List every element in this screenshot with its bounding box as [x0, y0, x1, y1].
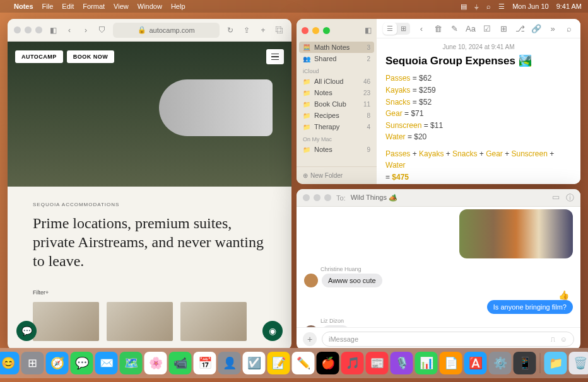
filter-link[interactable]: Filter+	[33, 289, 266, 296]
shared-photo[interactable]	[459, 209, 573, 258]
emoji-icon[interactable]: ☺	[560, 335, 567, 343]
folder-local-notes[interactable]: 📁Notes9	[297, 144, 377, 155]
folder-count: 4	[367, 124, 370, 130]
dock-tv[interactable]: 🍎	[317, 352, 339, 374]
dock-notes[interactable]: 📝	[268, 352, 290, 374]
menu-edit[interactable]: Edit	[62, 3, 74, 10]
new-tab-button[interactable]: +	[257, 25, 269, 36]
dock-music[interactable]: 🎵	[341, 352, 364, 374]
trash-icon[interactable]: 🗑	[433, 24, 443, 33]
info-icon[interactable]: ⓘ	[566, 192, 574, 204]
dock-contacts[interactable]: 👤	[218, 352, 241, 374]
menubar-icon[interactable]: ▤	[461, 3, 467, 11]
avatar[interactable]	[304, 274, 318, 287]
conversation-name[interactable]: Wild Things 🏕️	[351, 194, 397, 202]
forward-button[interactable]: ›	[80, 25, 91, 36]
dock-appstore[interactable]: 🅰️	[464, 352, 487, 374]
traffic-lights[interactable]	[302, 27, 330, 34]
menu-window[interactable]: Window	[138, 3, 162, 10]
tapback-thumbs-up[interactable]: 👍	[558, 290, 569, 300]
accommodation-thumb[interactable]	[107, 302, 173, 341]
book-now-button[interactable]: BOOK NOW	[67, 50, 115, 63]
dock-reminders[interactable]: ☑️	[243, 352, 266, 374]
menu-app[interactable]: Notes	[14, 3, 33, 10]
avatar[interactable]	[304, 325, 318, 327]
apps-button[interactable]: +	[303, 332, 317, 346]
accessibility-fab[interactable]: ◉	[262, 321, 283, 341]
site-menu-button[interactable]	[266, 49, 284, 64]
dock-pages[interactable]: 📄	[440, 352, 462, 374]
dock-mail[interactable]: ✉️	[95, 352, 118, 374]
site-logo[interactable]: AUTOCAMP	[15, 50, 63, 63]
checklist-icon[interactable]: ☑	[482, 24, 492, 33]
dock-podcasts[interactable]: 🎙️	[391, 352, 413, 374]
audio-icon[interactable]: ⎍	[551, 335, 555, 343]
dock-numbers[interactable]: 📊	[415, 352, 438, 374]
dock-safari[interactable]: 🧭	[46, 352, 69, 374]
traffic-lights[interactable]	[14, 26, 42, 33]
folder-shared[interactable]: 👥 Shared 2	[297, 53, 377, 64]
shield-icon[interactable]: ⛉	[97, 25, 108, 36]
folder-recipes[interactable]: 📁Recipes8	[297, 110, 377, 121]
menu-help[interactable]: Help	[171, 3, 185, 10]
menu-format[interactable]: Format	[83, 3, 105, 10]
grid-view-icon[interactable]: ⊞	[397, 23, 410, 35]
link-icon[interactable]: 🔗	[531, 24, 541, 33]
new-folder-button[interactable]: ⊕New Folder	[297, 166, 377, 184]
spotlight-icon[interactable]: ⌕	[486, 3, 491, 10]
message-input[interactable]: iMessage ⎍☺	[322, 332, 574, 347]
dock-photos[interactable]: 🌸	[144, 352, 167, 374]
dock-downloads[interactable]: 📁	[544, 352, 567, 374]
sidebar-toggle-icon[interactable]: ◧	[47, 25, 59, 36]
table-icon[interactable]: ⊞	[498, 24, 509, 33]
folder-therapy[interactable]: 📁Therapy4	[297, 121, 377, 132]
dock-trash[interactable]: 🗑️	[569, 352, 589, 374]
view-toggle[interactable]: ☰⊞	[383, 23, 410, 35]
facetime-video-icon[interactable]: ▭	[552, 192, 560, 204]
dock-iphone[interactable]: 📱	[514, 352, 536, 374]
message-bubble[interactable]: I am!	[322, 325, 350, 327]
reload-button[interactable]: ↻	[225, 25, 236, 36]
format-icon[interactable]: Aa	[466, 24, 476, 33]
menu-view[interactable]: View	[114, 3, 129, 10]
folder-notes[interactable]: 📁Notes23	[297, 87, 377, 98]
my-message-bubble[interactable]: Is anyone bringing film?	[487, 300, 573, 314]
search-icon[interactable]: ⌕	[564, 24, 574, 33]
compose-icon[interactable]: ✎	[449, 24, 459, 33]
note-editor[interactable]: June 10, 2024 at 9:41 AM Sequoia Group E…	[377, 38, 580, 184]
dock-freeform[interactable]: ✏️	[292, 352, 315, 374]
chat-fab[interactable]: 💬	[16, 321, 37, 341]
folder-all-icloud[interactable]: 📁All iCloud46	[297, 76, 377, 87]
accommodation-thumb[interactable]	[180, 302, 247, 341]
wifi-icon[interactable]: ⏚	[474, 3, 479, 10]
dock-launchpad[interactable]: ⊞	[21, 352, 44, 374]
back-button[interactable]: ‹	[64, 25, 75, 36]
menubar-date[interactable]: Mon Jun 10	[512, 3, 548, 10]
menubar-time[interactable]: 9:41 AM	[556, 3, 582, 10]
dock-finder[interactable]: 😊	[0, 352, 20, 374]
tabs-button[interactable]: ⿻	[274, 25, 285, 36]
dock-settings[interactable]: ⚙️	[489, 352, 512, 374]
url-bar[interactable]: 🔒 autocamp.com	[113, 23, 220, 38]
folder-book-club[interactable]: 📁Book Club11	[297, 98, 377, 110]
control-center-icon[interactable]: ☰	[498, 3, 505, 11]
messages-header: To: Wild Things 🏕️ ▭ ⓘ	[297, 189, 580, 207]
menu-file[interactable]: File	[42, 3, 54, 10]
list-view-icon[interactable]: ☰	[383, 23, 397, 35]
folder-math-notes[interactable]: 🧮 Math Notes 3	[299, 42, 374, 53]
traffic-lights[interactable]	[303, 194, 331, 201]
dock-calendar[interactable]: 📅	[194, 352, 216, 374]
dock-news[interactable]: 📰	[366, 352, 389, 374]
more-icon[interactable]: »	[548, 24, 558, 33]
sidebar-toggle-icon[interactable]: ◧	[365, 26, 372, 35]
accommodation-thumb[interactable]	[33, 302, 99, 341]
media-icon[interactable]: ⎇	[515, 24, 525, 33]
back-icon[interactable]: ‹	[416, 24, 426, 33]
message-bubble[interactable]: Awww soo cute	[322, 274, 382, 287]
folder-label: All iCloud	[314, 78, 343, 85]
share-button[interactable]: ⇪	[241, 25, 252, 36]
note-value-line: Sunscreen = $11	[385, 120, 572, 132]
dock-messages[interactable]: 💬	[71, 352, 93, 374]
dock-maps[interactable]: 🗺️	[120, 352, 143, 374]
dock-facetime[interactable]: 📹	[169, 352, 192, 374]
